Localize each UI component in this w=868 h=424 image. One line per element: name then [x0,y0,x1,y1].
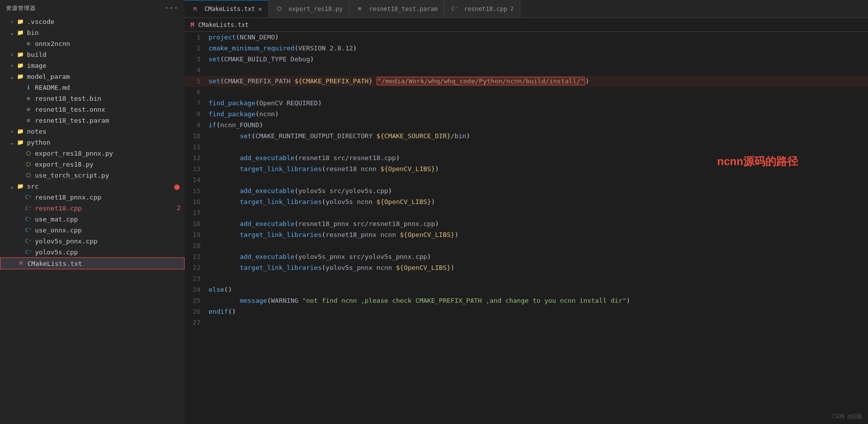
line-number: 6 [185,87,209,98]
line-number: 5 [185,76,209,87]
sidebar-item-label: model_param [27,73,70,80]
token: ${CMAKE_SOURCE_DIR} [377,132,451,140]
token: /bin [450,132,466,140]
token: project [209,33,236,41]
line-content: target_link_libraries(yolov5s_pnnx ncnn … [209,262,868,273]
sidebar-item-label: .vscode [27,18,54,25]
line-number: 13 [185,164,209,175]
spacer [8,259,16,267]
line-content: target_link_libraries(resnet18 ncnn ${Op… [209,164,868,175]
line-content: cmake_minimum_required(VERSION 2.8.12) [209,43,868,54]
line-number: 27 [185,317,209,328]
line-number: 2 [185,43,209,54]
sidebar-item-onnx2ncnn[interactable]: ≡onnx2ncnn [0,38,185,49]
tab-icon: ⬡ [275,4,284,13]
sidebar-title-text: 资源管理器 [6,4,36,12]
code-line-13: 13 target_link_libraries(resnet18 ncnn $… [185,164,868,175]
line-content: set(CMAKE_RUNTIME_OUTPUT_DIRECTORY ${CMA… [209,131,868,142]
token: CMAKE_PREFIX_PATH [224,77,294,85]
token: ) [275,33,279,41]
line-number: 21 [185,251,209,262]
spacer [16,149,24,157]
token: target_link_libraries [240,264,322,271]
sidebar-item-readme[interactable]: ℹREADME.md [0,82,185,93]
line-content: message(WARNING "not find ncnn ,please c… [209,295,868,306]
sidebar-item-use_torch_script.py[interactable]: ⬡use_torch_script.py [0,170,185,181]
sidebar-item-label: onnx2ncnn [35,40,70,47]
code-line-11: 11 [185,142,868,153]
sidebar-item-python[interactable]: ⌄📁python [0,137,185,148]
sidebar-item-bin[interactable]: ⌄📁bin [0,27,185,38]
tab-export[interactable]: ⬡export_res18.py [269,0,349,17]
sidebar-item-export_res18_pnnx.py[interactable]: ⬡export_res18_pnnx.py [0,148,185,159]
file-icon-cmake: M [16,259,25,268]
file-icon-readme: ℹ [24,83,33,92]
line-number: 25 [185,295,209,306]
sidebar-item-resnet18_test.param[interactable]: ≡resnet18_test.param [0,115,185,126]
tab-resnet18cpp[interactable]: C⁺resnet18.cpp2 [444,0,520,17]
sidebar-item-image[interactable]: ›📁image [0,60,185,71]
sidebar-item-resnet18_pnnx.cpp[interactable]: C⁺resnet18_pnnx.cpp [0,192,185,203]
line-content: endif() [209,306,868,317]
sidebar: 资源管理器 ··· ›📁.vscode⌄📁bin ≡onnx2ncnn›📁bui… [0,0,185,424]
line-number: 26 [185,306,209,317]
code-line-2: 2cmake_minimum_required(VERSION 2.8.12) [185,43,868,54]
token: else [209,286,224,293]
token: ) [310,55,314,63]
code-line-26: 26endif() [185,306,868,317]
sidebar-item-label: resnet18_test.onnx [35,106,105,113]
line-number: 24 [185,284,209,295]
sidebar-item-yolov5s.cpp[interactable]: C⁺yolov5s.cpp [0,246,185,257]
tab-param[interactable]: ≡resnet18_test.param [349,0,444,17]
token: ) [435,220,439,227]
sidebar-item-CMakeLists.txt[interactable]: MCMakeLists.txt [0,257,185,269]
sidebar-item-build[interactable]: ›📁build [0,49,185,60]
token: ncnn_FOUND [220,121,259,129]
sidebar-item-notes[interactable]: ›📁notes [0,126,185,137]
token: ) [627,297,631,304]
sidebar-item-resnet18.cpp[interactable]: C⁺resnet18.cpp2 [0,203,185,213]
file-icon-cpp: C⁺ [24,236,33,245]
line-content: target_link_libraries(yolov5s ncnn ${Ope… [209,197,868,208]
sidebar-item-use_onnx.cpp[interactable]: C⁺use_onnx.cpp [0,224,185,235]
token [373,77,377,85]
sidebar-item-export_res18.py[interactable]: ⬡export_res18.py [0,159,185,170]
tab-close-button[interactable]: × [258,5,262,12]
code-line-4: 4 [185,65,868,76]
line-number: 8 [185,109,209,120]
tabs-bar: MCMakeLists.txt×⬡export_res18.py≡resnet1… [185,0,868,18]
token: "not find ncnn ,please check CMAKE_PREFI… [302,297,627,304]
spacer [16,116,24,124]
sidebar-more-button[interactable]: ··· [165,4,179,12]
line-content: add_executable(resnet18 src/resnet18.cpp… [209,153,868,164]
token: VERSION 2.8.12 [298,44,353,52]
line-content: add_executable(yolov5s src/yolov5s.cpp) [209,186,868,197]
line-content: project(NCNN_DEMO) [209,32,868,43]
sidebar-item-model_param[interactable]: ⌄📁model_param [0,71,185,82]
code-line-8: 8find_package(ncnn) [185,109,868,120]
sidebar-item-use_mat.cpp[interactable]: C⁺use_mat.cpp [0,213,185,224]
token: ) [585,77,589,85]
sidebar-item-resnet18_test.bin[interactable]: ≡resnet18_test.bin [0,93,185,104]
line-content: target_link_libraries(resnet18_pnnx ncnn… [209,229,868,240]
sidebar-item-label: resnet18.cpp [35,205,82,212]
sidebar-item-src[interactable]: ⌄📁src● [0,181,185,192]
token: ( [294,187,298,195]
token: ) [435,165,439,173]
line-number: 23 [185,273,209,284]
file-icon-bin: ≡ [24,116,33,125]
token: yolov5s src/yolov5s.cpp [298,187,388,195]
token: ( [322,231,326,238]
token: find_package [209,99,255,107]
change-count-badge: 2 [177,205,181,212]
line-number: 11 [185,142,209,153]
folder-icon: 📁 [16,138,25,147]
sidebar-item-yolov5s_pnnx.cpp[interactable]: C⁺yolov5s_pnnx.cpp [0,235,185,246]
token: ${OpenCV_LIBS} [380,165,435,173]
sidebar-item-resnet18_test.onnx[interactable]: ≡resnet18_test.onnx [0,104,185,115]
sidebar-item-vscode[interactable]: ›📁.vscode [0,16,185,27]
line-number: 17 [185,208,209,218]
tab-cmake[interactable]: MCMakeLists.txt× [185,0,269,17]
token: ) [318,99,322,107]
code-editor[interactable]: 1project(NCNN_DEMO)2cmake_minimum_requir… [185,32,868,424]
